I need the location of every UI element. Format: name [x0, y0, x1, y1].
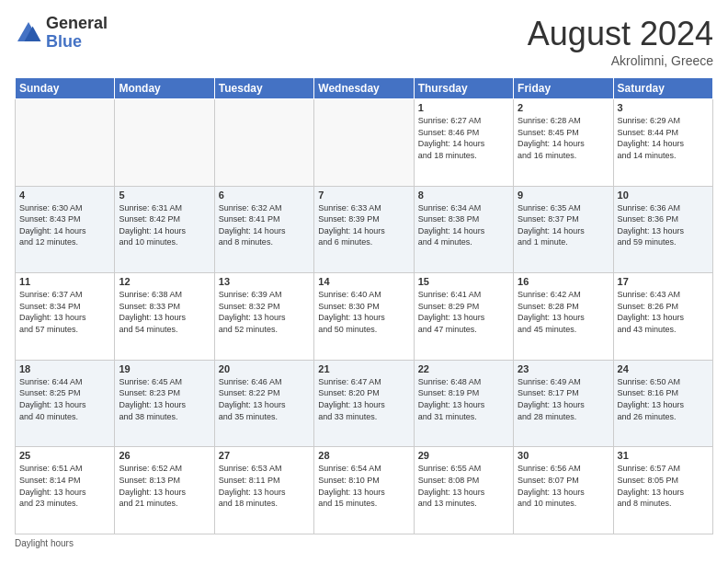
week-row-3: 11Sunrise: 6:37 AMSunset: 8:34 PMDayligh…: [16, 273, 713, 361]
calendar-cell: 24Sunrise: 6:50 AMSunset: 8:16 PMDayligh…: [613, 360, 712, 447]
logo-icon: [15, 19, 42, 47]
calendar-cell: 8Sunrise: 6:34 AMSunset: 8:38 PMDaylight…: [414, 186, 513, 273]
footer-note: Daylight hours: [15, 538, 713, 548]
day-number: 4: [19, 190, 110, 201]
day-number: 12: [119, 276, 210, 287]
day-number: 26: [119, 450, 210, 461]
day-info: Sunrise: 6:29 AMSunset: 8:44 PMDaylight:…: [618, 115, 709, 161]
day-info: Sunrise: 6:42 AMSunset: 8:28 PMDaylight:…: [518, 289, 609, 335]
calendar-cell: 10Sunrise: 6:36 AMSunset: 8:36 PMDayligh…: [613, 186, 712, 273]
day-number: 19: [119, 363, 210, 374]
calendar-cell: 21Sunrise: 6:47 AMSunset: 8:20 PMDayligh…: [314, 360, 414, 447]
day-info: Sunrise: 6:41 AMSunset: 8:29 PMDaylight:…: [418, 289, 509, 335]
day-info: Sunrise: 6:36 AMSunset: 8:36 PMDaylight:…: [618, 202, 709, 248]
day-number: 11: [19, 276, 110, 287]
day-number: 1: [418, 102, 509, 113]
calendar-cell: 6Sunrise: 6:32 AMSunset: 8:41 PMDaylight…: [214, 186, 313, 273]
day-number: 6: [219, 190, 310, 201]
calendar-cell: 25Sunrise: 6:51 AMSunset: 8:14 PMDayligh…: [16, 447, 115, 534]
calendar-cell: [115, 99, 214, 187]
calendar-body: 1Sunrise: 6:27 AMSunset: 8:46 PMDaylight…: [16, 99, 713, 534]
day-of-week-tuesday: Tuesday: [214, 78, 313, 99]
day-of-week-monday: Monday: [115, 78, 214, 99]
day-info: Sunrise: 6:39 AMSunset: 8:32 PMDaylight:…: [219, 289, 310, 335]
day-number: 3: [618, 102, 709, 113]
day-number: 16: [518, 276, 609, 287]
calendar-cell: 13Sunrise: 6:39 AMSunset: 8:32 PMDayligh…: [214, 273, 313, 361]
calendar-cell: 23Sunrise: 6:49 AMSunset: 8:17 PMDayligh…: [514, 360, 613, 447]
day-info: Sunrise: 6:34 AMSunset: 8:38 PMDaylight:…: [418, 202, 509, 248]
day-info: Sunrise: 6:40 AMSunset: 8:30 PMDaylight:…: [318, 289, 409, 335]
calendar-cell: 30Sunrise: 6:56 AMSunset: 8:07 PMDayligh…: [514, 447, 613, 534]
day-info: Sunrise: 6:51 AMSunset: 8:14 PMDaylight:…: [19, 463, 110, 509]
day-number: 22: [418, 363, 509, 374]
day-info: Sunrise: 6:54 AMSunset: 8:10 PMDaylight:…: [318, 463, 409, 509]
day-number: 27: [219, 450, 310, 461]
day-number: 7: [318, 190, 409, 201]
day-number: 14: [318, 276, 409, 287]
calendar-cell: 16Sunrise: 6:42 AMSunset: 8:28 PMDayligh…: [514, 273, 613, 361]
day-of-week-wednesday: Wednesday: [314, 78, 414, 99]
day-number: 17: [618, 276, 709, 287]
day-info: Sunrise: 6:30 AMSunset: 8:43 PMDaylight:…: [19, 202, 110, 248]
week-row-5: 25Sunrise: 6:51 AMSunset: 8:14 PMDayligh…: [16, 447, 713, 534]
calendar-cell: 18Sunrise: 6:44 AMSunset: 8:25 PMDayligh…: [16, 360, 115, 447]
day-number: 30: [518, 450, 609, 461]
calendar-cell: 29Sunrise: 6:55 AMSunset: 8:08 PMDayligh…: [414, 447, 513, 534]
day-number: 8: [418, 190, 509, 201]
day-info: Sunrise: 6:50 AMSunset: 8:16 PMDaylight:…: [618, 376, 709, 422]
day-info: Sunrise: 6:37 AMSunset: 8:34 PMDaylight:…: [19, 289, 110, 335]
day-number: 9: [518, 190, 609, 201]
month-title: August 2024: [528, 15, 713, 53]
day-number: 20: [219, 363, 310, 374]
calendar-cell: 31Sunrise: 6:57 AMSunset: 8:05 PMDayligh…: [613, 447, 712, 534]
calendar-cell: 20Sunrise: 6:46 AMSunset: 8:22 PMDayligh…: [214, 360, 313, 447]
calendar-cell: 19Sunrise: 6:45 AMSunset: 8:23 PMDayligh…: [115, 360, 214, 447]
logo: General Blue: [15, 15, 108, 52]
day-info: Sunrise: 6:33 AMSunset: 8:39 PMDaylight:…: [318, 202, 409, 248]
calendar-cell: 5Sunrise: 6:31 AMSunset: 8:42 PMDaylight…: [115, 186, 214, 273]
logo-general-text: General: [46, 15, 108, 33]
calendar-cell: [314, 99, 414, 187]
day-info: Sunrise: 6:45 AMSunset: 8:23 PMDaylight:…: [119, 376, 210, 422]
day-info: Sunrise: 6:35 AMSunset: 8:37 PMDaylight:…: [518, 202, 609, 248]
day-info: Sunrise: 6:46 AMSunset: 8:22 PMDaylight:…: [219, 376, 310, 422]
day-info: Sunrise: 6:49 AMSunset: 8:17 PMDaylight:…: [518, 376, 609, 422]
day-number: 24: [618, 363, 709, 374]
day-number: 23: [518, 363, 609, 374]
day-number: 15: [418, 276, 509, 287]
day-info: Sunrise: 6:38 AMSunset: 8:33 PMDaylight:…: [119, 289, 210, 335]
title-block: August 2024 Akrolimni, Greece: [528, 15, 713, 68]
calendar-cell: 26Sunrise: 6:52 AMSunset: 8:13 PMDayligh…: [115, 447, 214, 534]
day-number: 5: [119, 190, 210, 201]
day-number: 21: [318, 363, 409, 374]
day-number: 2: [518, 102, 609, 113]
day-number: 28: [318, 450, 409, 461]
day-info: Sunrise: 6:47 AMSunset: 8:20 PMDaylight:…: [318, 376, 409, 422]
day-number: 25: [19, 450, 110, 461]
day-info: Sunrise: 6:53 AMSunset: 8:11 PMDaylight:…: [219, 463, 310, 509]
location: Akrolimni, Greece: [528, 53, 713, 68]
day-number: 10: [618, 190, 709, 201]
calendar-cell: 3Sunrise: 6:29 AMSunset: 8:44 PMDaylight…: [613, 99, 712, 187]
day-of-week-thursday: Thursday: [414, 78, 513, 99]
week-row-1: 1Sunrise: 6:27 AMSunset: 8:46 PMDaylight…: [16, 99, 713, 187]
day-info: Sunrise: 6:28 AMSunset: 8:45 PMDaylight:…: [518, 115, 609, 161]
day-of-week-saturday: Saturday: [613, 78, 712, 99]
day-info: Sunrise: 6:31 AMSunset: 8:42 PMDaylight:…: [119, 202, 210, 248]
calendar-cell: 9Sunrise: 6:35 AMSunset: 8:37 PMDaylight…: [514, 186, 613, 273]
calendar-cell: 7Sunrise: 6:33 AMSunset: 8:39 PMDaylight…: [314, 186, 414, 273]
days-of-week-row: SundayMondayTuesdayWednesdayThursdayFrid…: [16, 78, 713, 99]
day-info: Sunrise: 6:48 AMSunset: 8:19 PMDaylight:…: [418, 376, 509, 422]
calendar-cell: 11Sunrise: 6:37 AMSunset: 8:34 PMDayligh…: [16, 273, 115, 361]
calendar-cell: [214, 99, 313, 187]
calendar-cell: 4Sunrise: 6:30 AMSunset: 8:43 PMDaylight…: [16, 186, 115, 273]
day-info: Sunrise: 6:27 AMSunset: 8:46 PMDaylight:…: [418, 115, 509, 161]
calendar-header: SundayMondayTuesdayWednesdayThursdayFrid…: [16, 78, 713, 99]
calendar-cell: [16, 99, 115, 187]
day-info: Sunrise: 6:44 AMSunset: 8:25 PMDaylight:…: [19, 376, 110, 422]
page: General Blue August 2024 Akrolimni, Gree…: [0, 0, 728, 563]
calendar-cell: 22Sunrise: 6:48 AMSunset: 8:19 PMDayligh…: [414, 360, 513, 447]
day-number: 31: [618, 450, 709, 461]
week-row-2: 4Sunrise: 6:30 AMSunset: 8:43 PMDaylight…: [16, 186, 713, 273]
